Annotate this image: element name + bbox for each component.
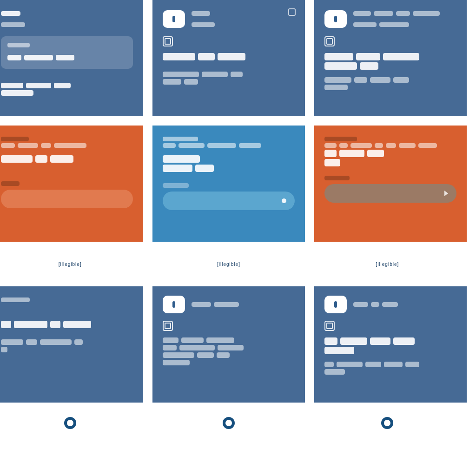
caption-1: [illegible]	[59, 262, 82, 267]
card-meta	[353, 302, 398, 307]
field-label	[1, 181, 133, 186]
caption-2: [illegible]	[217, 262, 240, 267]
caption-strip: [illegible] [illegible] [illegible]	[0, 251, 467, 277]
card-r1c1[interactable]	[0, 0, 143, 116]
page-indicator-icon[interactable]	[381, 417, 393, 429]
caption-3: [illegible]	[376, 262, 399, 267]
card-r2c2[interactable]	[152, 126, 305, 242]
text-input[interactable]	[1, 190, 133, 208]
card-r3c3[interactable]	[314, 286, 467, 403]
card-meta	[192, 11, 215, 16]
card-meta	[1, 137, 133, 141]
card-title	[163, 165, 295, 172]
card-title	[324, 337, 456, 345]
card-r3c1[interactable]	[0, 286, 143, 403]
avatar-icon	[163, 10, 185, 28]
card-meta	[353, 11, 440, 16]
text-input[interactable]	[163, 192, 295, 210]
doc-icon	[324, 36, 335, 46]
avatar-icon	[324, 10, 347, 28]
field-label	[324, 176, 456, 180]
card-r1c3[interactable]	[314, 0, 467, 116]
doc-icon	[163, 321, 173, 331]
card-title-2	[324, 159, 456, 166]
card-meta-sub	[353, 22, 440, 27]
page-indicator-icon[interactable]	[223, 417, 235, 429]
card-body	[163, 345, 295, 350]
card-title	[324, 150, 456, 157]
card-body	[163, 352, 295, 358]
card-title	[1, 155, 133, 163]
card-meta	[192, 302, 239, 307]
card-body	[324, 362, 456, 367]
card-sub	[324, 143, 456, 148]
card-meta	[163, 137, 295, 141]
card-meta-sub	[1, 22, 25, 27]
card-grid: [illegible] [illegible] [illegible]	[0, 0, 467, 434]
text-input[interactable]	[324, 184, 456, 203]
avatar-icon	[324, 296, 347, 313]
card-r1c2[interactable]	[152, 0, 305, 116]
card-body	[324, 85, 456, 90]
card-r2c1[interactable]	[0, 126, 143, 242]
highlight-chip	[1, 36, 133, 69]
card-body	[1, 339, 133, 345]
card-meta	[1, 298, 133, 302]
corner-icon	[288, 8, 296, 16]
card-body	[1, 347, 133, 352]
card-body	[163, 337, 295, 343]
card-title	[1, 321, 133, 328]
page-indicator-row	[0, 412, 467, 434]
card-meta	[1, 11, 25, 16]
card-title	[324, 347, 456, 354]
card-title	[324, 62, 456, 70]
field-label	[163, 183, 295, 188]
card-r3c2[interactable]	[152, 286, 305, 403]
card-title	[163, 155, 295, 163]
card-body	[1, 90, 133, 96]
card-title	[163, 53, 295, 60]
card-sub	[163, 143, 295, 148]
card-body	[163, 360, 295, 365]
card-sub	[1, 143, 133, 148]
avatar-icon	[163, 296, 185, 313]
card-r2c3[interactable]	[314, 126, 467, 242]
card-body	[163, 72, 295, 77]
card-body	[1, 83, 133, 88]
card-body	[163, 79, 295, 85]
doc-icon	[163, 36, 173, 46]
card-meta-sub	[192, 22, 215, 27]
doc-icon	[324, 321, 335, 331]
page-indicator-icon[interactable]	[64, 417, 76, 429]
card-body	[324, 77, 456, 83]
card-body	[324, 369, 456, 375]
card-title	[324, 53, 456, 60]
card-meta	[324, 137, 456, 141]
